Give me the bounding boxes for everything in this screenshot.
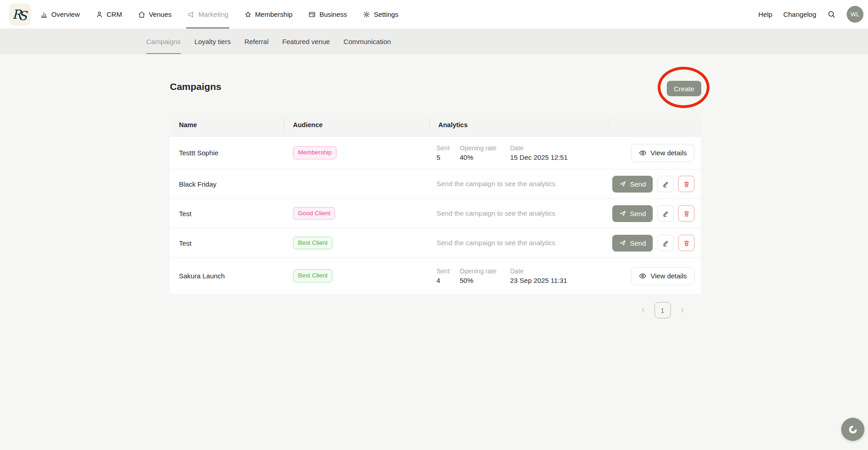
nav-item-label: Venues [149,10,172,18]
previous-page-button[interactable] [639,306,647,314]
user-avatar[interactable]: WL [847,6,863,23]
table-row: Test Best Client Send the campaign to se… [170,228,701,257]
analytics-stats: Sent 4 Opening rate 50% Date 23 Sep 2025… [436,267,609,284]
stat-value: 4 [436,277,460,284]
help-link[interactable]: Help [759,10,773,18]
top-navigation: R S Overview CRM Venues [0,0,868,29]
nav-item-venues[interactable]: Venues [138,0,172,29]
stat-value: 40% [460,153,510,161]
column-divider [284,119,284,130]
edit-button[interactable] [657,176,674,192]
view-details-button[interactable]: View details [631,144,694,162]
delete-button[interactable] [678,205,694,222]
nav-item-crm[interactable]: CRM [95,0,122,29]
delete-button[interactable] [678,176,694,192]
audience-badge: Best Client [293,237,332,250]
nav-item-label: Overview [51,10,80,18]
column-header-analytics: Analytics [429,121,609,129]
audience-badge: Best Client [293,269,332,282]
app-screen: R S Overview CRM Venues [0,0,868,450]
no-analytics-text: Send the campaign to see the analytics [436,209,556,217]
send-icon [619,180,626,188]
tab-communication[interactable]: Communication [343,29,391,54]
nav-item-label: Marketing [198,10,228,18]
send-button[interactable]: Send [612,235,653,252]
table-row: Test Good Client Send the campaign to se… [170,198,701,228]
nav-item-label: Membership [255,10,293,18]
send-button[interactable]: Send [612,176,653,193]
pagination: 1 [624,302,701,318]
bar-chart-icon [40,10,48,19]
create-button[interactable]: Create [667,81,701,96]
campaign-name: Test [170,210,284,218]
stat-label: Opening rate [460,144,510,152]
chevron-right-icon [678,306,686,314]
column-header-audience: Audience [284,121,429,129]
campaign-name: Testtt Sophie [170,149,284,157]
svg-text:S: S [19,9,28,23]
campaigns-table: Name Audience Analytics Testtt Sophie Me… [170,114,701,294]
nav-item-label: Settings [374,10,398,18]
stat-value: 15 Dec 2025 12:51 [510,153,601,161]
campaign-name: Black Friday [170,180,284,188]
stat-label: Date [510,144,601,152]
stat-label: Sent [436,267,460,275]
pencil-icon [662,239,670,247]
nav-item-membership[interactable]: Membership [244,0,293,29]
edit-button[interactable] [657,205,674,222]
column-divider [429,119,430,130]
trash-icon [683,180,690,188]
page-number-button[interactable]: 1 [655,302,671,318]
send-icon [619,239,626,247]
pencil-icon [662,180,670,188]
gear-icon [362,10,371,19]
campaign-name: Sakura Launch [170,272,284,280]
monogram-icon: R S [9,4,31,25]
megaphone-icon [187,10,195,19]
audience-badge: Membership [293,146,337,159]
table-row: Black Friday Send the campaign to see th… [170,169,701,198]
nav-item-overview[interactable]: Overview [40,0,80,29]
tab-campaigns[interactable]: Campaigns [146,29,181,54]
delete-button[interactable] [678,235,694,251]
stat-value: 23 Sep 2025 11:31 [510,277,601,284]
chat-logo-icon [847,424,859,435]
table-row: Sakura Launch Best Client Sent 4 Opening… [170,257,701,294]
no-analytics-text: Send the campaign to see the analytics [436,239,556,247]
trash-icon [683,239,690,247]
analytics-stats: Sent 5 Opening rate 40% Date 15 Dec 2025… [436,144,609,161]
tab-referral[interactable]: Referral [244,29,268,54]
tab-loyalty-tiers[interactable]: Loyalty tiers [194,29,231,54]
changelog-link[interactable]: Changelog [783,10,816,18]
campaign-name: Test [170,239,284,247]
nav-item-business[interactable]: Business [308,0,347,29]
nav-item-marketing[interactable]: Marketing [187,0,228,29]
stat-value: 50% [460,277,510,284]
eye-icon [639,272,647,280]
edit-button[interactable] [657,235,674,251]
next-page-button[interactable] [678,306,686,314]
view-details-button[interactable]: View details [631,267,694,285]
nav-item-label: Business [319,10,347,18]
card-icon [308,10,316,19]
home-icon [138,10,146,19]
column-divider [609,119,610,130]
stat-label: Sent [436,144,460,152]
marketing-tabbar: Campaigns Loyalty tiers Referral Feature… [0,29,868,54]
column-header-name: Name [170,121,284,129]
chat-widget-button[interactable] [841,418,864,441]
stat-label: Opening rate [460,267,510,275]
eye-icon [639,149,647,157]
send-button[interactable]: Send [612,205,653,222]
topnav-right: Help Changelog WL [759,6,863,23]
main-menu: Overview CRM Venues Marketing [40,0,398,29]
send-icon [619,210,626,217]
audience-badge: Good Client [293,207,335,220]
app-logo[interactable]: R S [9,4,31,25]
search-icon[interactable] [827,10,836,19]
star-icon [244,10,252,19]
nav-item-label: CRM [107,10,122,18]
tab-featured-venue[interactable]: Featured venue [282,29,330,54]
table-row: Testtt Sophie Membership Sent 5 Opening … [170,136,701,169]
nav-item-settings[interactable]: Settings [362,0,398,29]
